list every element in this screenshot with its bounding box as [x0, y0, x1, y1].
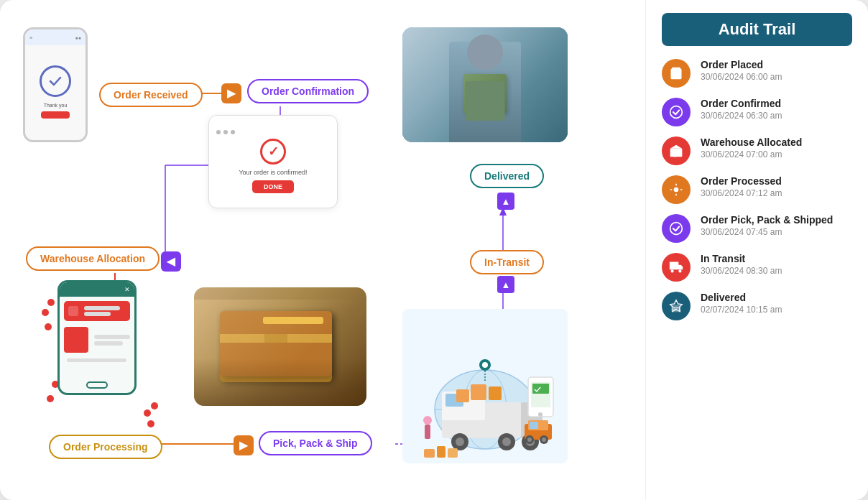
- audit-label-order-placed: Order Placed: [701, 59, 782, 70]
- arrow-box-to-pickpack: ▶: [234, 435, 254, 455]
- audit-icon-in-transit: [662, 253, 691, 282]
- red-dot-8: [151, 402, 158, 409]
- order-confirmation-node: Order Confirmation: [247, 79, 369, 103]
- svg-point-23: [456, 438, 464, 446]
- audit-icon-order-placed: [662, 59, 691, 88]
- phone-top-bar: ≡●●: [25, 29, 86, 45]
- red-dot-7: [147, 420, 154, 427]
- confirm-dots: [209, 130, 235, 134]
- red-dot-2: [42, 309, 49, 316]
- delivered-node: Delivered: [470, 164, 544, 188]
- pack-photo: [194, 287, 366, 406]
- audit-item-delivered: Delivered02/07/2024 10:15 am: [662, 292, 852, 320]
- svg-rect-38: [424, 449, 435, 458]
- audit-time-order-processed: 30/06/2024 07:12 am: [701, 188, 782, 198]
- red-dot-1: [47, 299, 55, 306]
- arrow-box-to-warehouse: ◀: [161, 251, 181, 272]
- audit-label-order-confirmed: Order Confirmed: [701, 98, 782, 109]
- phone-mockup: ≡●● Thank you: [23, 27, 88, 142]
- audit-label-in-transit: In Transit: [701, 253, 782, 264]
- phone-thankyou-text: Thank you: [44, 103, 68, 108]
- warehouse-allocation-node: Warehouse Allocation: [26, 246, 160, 271]
- phone-check-circle: [40, 65, 71, 97]
- audit-time-in-transit: 30/06/2024 08:30 am: [701, 266, 782, 276]
- audit-text-warehouse-allocated: Warehouse Allocated30/06/2024 07:00 am: [701, 136, 802, 159]
- audit-text-order-confirmed: Order Confirmed30/06/2024 06:30 am: [701, 98, 782, 121]
- svg-rect-29: [489, 386, 502, 400]
- confirm-message: Your order is confirmed!: [239, 169, 307, 176]
- svg-point-56: [671, 269, 674, 272]
- audit-items-list: Order Placed30/06/2024 06:00 amOrder Con…: [662, 59, 852, 330]
- audit-item-order-placed: Order Placed30/06/2024 06:00 am: [662, 59, 852, 88]
- phone2-card-1: [64, 301, 130, 321]
- svg-rect-28: [471, 384, 486, 400]
- audit-time-warehouse-allocated: 30/06/2024 07:00 am: [701, 149, 802, 159]
- phone2-bottom: [60, 377, 134, 393]
- svg-rect-40: [448, 448, 458, 458]
- audit-label-order-pick-pack: Order Pick, Pack & Shipped: [701, 214, 833, 226]
- confirm-done-btn: DONE: [252, 180, 294, 193]
- svg-rect-53: [674, 152, 676, 157]
- main-container: ≡●● Thank you Order Received ▶ Order: [0, 0, 868, 500]
- audit-text-delivered: Delivered02/07/2024 10:15 am: [701, 292, 782, 315]
- audit-trail-panel: Audit Trail Order Placed30/06/2024 06:00…: [645, 0, 868, 500]
- audit-text-order-placed: Order Placed30/06/2024 06:00 am: [701, 59, 782, 82]
- audit-label-warehouse-allocated: Warehouse Allocated: [701, 136, 802, 148]
- pack-photo-img: [194, 287, 366, 406]
- red-dot-3: [45, 323, 52, 330]
- audit-trail-title: Audit Trail: [662, 13, 852, 46]
- svg-point-36: [482, 362, 488, 368]
- audit-icon-order-pick-pack: [662, 214, 691, 243]
- delivery-photo-img: [402, 27, 568, 142]
- audit-item-order-processed: Order Processed30/06/2024 07:12 am: [662, 175, 852, 204]
- svg-rect-49: [425, 425, 430, 439]
- svg-rect-33: [532, 384, 549, 394]
- flow-area: ≡●● Thank you Order Received ▶ Order: [0, 0, 645, 500]
- red-dot-5: [47, 395, 54, 402]
- order-processing-node: Order Processing: [49, 435, 162, 459]
- in-transit-node: In-Transit: [470, 250, 544, 274]
- order-received-node: Order Received: [99, 83, 203, 107]
- truck-illustration: [402, 309, 568, 463]
- audit-label-order-processed: Order Processed: [701, 175, 782, 187]
- svg-point-45: [527, 438, 532, 442]
- svg-rect-39: [437, 446, 445, 458]
- audit-icon-delivered: [662, 292, 691, 320]
- audit-time-delivered: 02/07/2024 10:15 am: [701, 305, 782, 315]
- svg-point-57: [678, 269, 681, 272]
- svg-point-47: [542, 438, 546, 442]
- audit-text-order-pick-pack: Order Pick, Pack & Shipped30/06/2024 07:…: [701, 214, 833, 237]
- svg-point-25: [502, 438, 511, 446]
- pick-pack-ship-node: Pick, Pack & Ship: [259, 431, 372, 455]
- audit-item-in-transit: In Transit30/06/2024 08:30 am: [662, 253, 852, 282]
- audit-time-order-pick-pack: 30/06/2024 07:45 am: [701, 227, 833, 237]
- arrow-down-to-truck: ▲: [497, 276, 514, 293]
- svg-point-54: [674, 188, 679, 193]
- warehouse-phone-mockup: ✕: [57, 280, 137, 395]
- svg-point-34: [538, 412, 542, 417]
- audit-label-delivered: Delivered: [701, 292, 782, 303]
- svg-rect-43: [530, 422, 538, 429]
- audit-item-warehouse-allocated: Warehouse Allocated30/06/2024 07:00 am: [662, 136, 852, 165]
- svg-point-48: [423, 416, 432, 425]
- red-dot-6: [144, 409, 151, 417]
- audit-icon-order-confirmed: [662, 98, 691, 126]
- audit-time-order-confirmed: 30/06/2024 06:30 am: [701, 111, 782, 121]
- audit-item-order-confirmed: Order Confirmed30/06/2024 06:30 am: [662, 98, 852, 126]
- svg-point-55: [670, 223, 683, 235]
- audit-time-order-placed: 30/06/2024 06:00 am: [701, 72, 782, 82]
- audit-text-order-processed: Order Processed30/06/2024 07:12 am: [701, 175, 782, 198]
- arrow-up-to-delivered: ▲: [497, 193, 514, 210]
- phone2-header: ✕: [60, 282, 134, 297]
- phone2-body: [60, 297, 134, 377]
- svg-rect-30: [456, 389, 469, 402]
- audit-item-order-pick-pack: Order Pick, Pack & Shipped30/06/2024 07:…: [662, 214, 852, 243]
- audit-text-in-transit: In Transit30/06/2024 08:30 am: [701, 253, 782, 276]
- audit-icon-warehouse-allocated: [662, 136, 691, 165]
- confirm-check-icon: ✓: [260, 139, 286, 165]
- svg-point-51: [670, 106, 683, 119]
- audit-icon-order-processed: [662, 175, 691, 204]
- svg-rect-58: [671, 305, 680, 312]
- confirmation-card: ✓ Your order is confirmed! DONE: [208, 115, 338, 208]
- phone-done-btn: [41, 111, 70, 119]
